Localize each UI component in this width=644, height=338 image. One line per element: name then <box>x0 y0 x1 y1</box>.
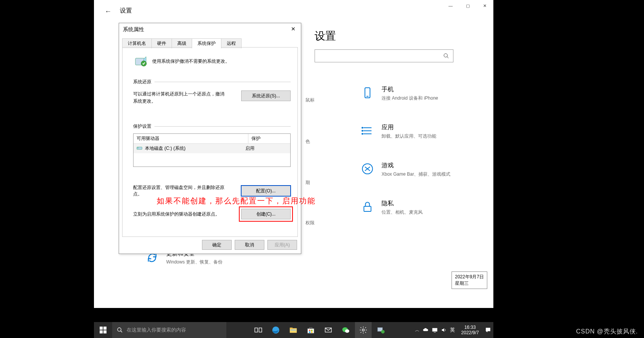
apps-icon <box>360 124 375 138</box>
fragment-text: 权限 <box>305 220 315 226</box>
taskbar-apps <box>226 322 413 338</box>
settings-item-label: 隐私 <box>382 200 423 208</box>
drive-icon <box>137 145 143 152</box>
explorer-icon[interactable] <box>285 322 302 338</box>
settings-item-gaming[interactable]: 游戏Xbox Game Bar、捕获、游戏模式 <box>360 162 450 178</box>
svg-line-23 <box>121 331 122 332</box>
shield-icon <box>134 54 148 68</box>
svg-rect-18 <box>100 327 103 330</box>
onedrive-icon[interactable] <box>423 327 429 333</box>
sysprops-taskbar-icon[interactable] <box>372 322 389 338</box>
svg-rect-25 <box>259 328 262 332</box>
col-drive: 可用驱动器 <box>134 134 248 143</box>
create-desc: 立刻为启用系统保护的驱动器创建还原点。 <box>133 211 220 217</box>
screen-icon[interactable] <box>432 327 438 333</box>
settings-item-apps[interactable]: 应用卸载、默认应用、可选功能 <box>360 124 450 140</box>
mail-icon[interactable] <box>320 322 337 338</box>
svg-rect-33 <box>309 332 311 333</box>
drive-name: 本地磁盘 (C:) (系统) <box>145 145 186 152</box>
svg-rect-24 <box>255 328 258 332</box>
svg-rect-43 <box>486 328 490 331</box>
svg-rect-28 <box>290 328 293 329</box>
svg-point-7 <box>362 127 363 129</box>
svg-point-8 <box>362 130 363 132</box>
settings-item-sub: 连接 Android 设备和 iPhone <box>382 95 438 102</box>
back-arrow-icon[interactable]: ← <box>105 8 111 16</box>
window-controls: — ▢ ✕ <box>442 0 493 11</box>
search-icon <box>117 327 123 333</box>
tray-chevron-icon[interactable]: ︿ <box>415 327 420 333</box>
col-status: 保护 <box>248 134 290 143</box>
taskbar-clock[interactable]: 16:33 2022/9/7 <box>458 325 482 336</box>
tab-system-protection[interactable]: 系统保护 <box>192 38 221 48</box>
svg-rect-31 <box>309 330 311 331</box>
dialog-close-button[interactable]: ✕ <box>288 25 299 33</box>
close-button[interactable]: ✕ <box>476 0 493 11</box>
apply-button[interactable]: 应用(A) <box>267 240 297 250</box>
watermark: CSDN @秃头披风侠. <box>576 328 638 336</box>
restore-desc: 可以通过将计算机还原到上一个还原点，撤消系统更改。 <box>133 90 224 105</box>
intro-row: 使用系统保护撤消不需要的系统更改。 <box>122 48 297 70</box>
settings-search-input[interactable] <box>315 49 453 62</box>
svg-point-22 <box>118 328 121 331</box>
settings-item-privacy[interactable]: 隐私位置、相机、麦克风 <box>360 200 450 216</box>
page-title: 设置 <box>315 29 336 43</box>
task-view-icon[interactable] <box>250 322 267 338</box>
clock-date: 2022/9/7 <box>461 330 479 335</box>
start-button[interactable] <box>94 322 112 338</box>
drive-table[interactable]: 可用驱动器 保护 本地磁盘 (C:) (系统) 启用 <box>133 133 291 167</box>
annotation-text: 如果不能创建，那么先配置一下，启用功能 <box>157 196 316 206</box>
settings-header: ← 设置 — ▢ ✕ <box>94 0 493 19</box>
edge-icon[interactable] <box>267 322 284 338</box>
create-button[interactable]: 创建(C)... <box>241 209 291 219</box>
store-icon[interactable] <box>302 322 319 338</box>
svg-point-40 <box>381 330 385 333</box>
ime-indicator[interactable]: 英 <box>450 327 455 333</box>
intro-text: 使用系统保护撤消不需要的系统更改。 <box>152 58 230 65</box>
wechat-icon[interactable] <box>337 322 354 338</box>
tooltip-date: 2022年9月7日 <box>455 274 484 280</box>
settings-item-sub: Windows 更新、恢复、备份 <box>166 259 223 265</box>
taskbar-search[interactable]: 在这里输入你要搜索的内容 <box>112 322 226 338</box>
svg-rect-41 <box>433 328 437 331</box>
cancel-button[interactable]: 取消 <box>235 240 264 250</box>
settings-title: 设置 <box>120 7 132 15</box>
fragment-text: 色 <box>305 138 310 145</box>
system-restore-button[interactable]: 系统还原(S)... <box>241 90 291 101</box>
settings-item-sub: 卸载、默认应用、可选功能 <box>382 133 436 140</box>
notifications-icon[interactable] <box>485 327 491 333</box>
tooltip-weekday: 星期三 <box>455 280 484 287</box>
taskbar-search-placeholder: 在这里输入你要搜索的内容 <box>127 327 186 333</box>
svg-line-1 <box>447 57 448 58</box>
protection-heading: 保护设置 <box>133 123 151 130</box>
restore-section: 系统还原 可以通过将计算机还原到上一个还原点，撤消系统更改。 系统还原(S)..… <box>133 79 291 105</box>
settings-item-label: 游戏 <box>382 162 450 170</box>
svg-rect-20 <box>100 330 103 333</box>
minimize-button[interactable]: — <box>442 0 459 11</box>
table-header: 可用驱动器 保护 <box>134 134 290 144</box>
system-tray: ︿ 英 16:33 2022/9/7 <box>413 325 493 336</box>
configure-button[interactable]: 配置(O)... <box>241 186 291 196</box>
date-tooltip: 2022年9月7日 星期三 <box>452 271 487 289</box>
svg-rect-30 <box>308 328 314 333</box>
svg-point-9 <box>362 133 363 135</box>
settings-taskbar-icon[interactable] <box>355 322 372 338</box>
svg-rect-34 <box>311 332 313 333</box>
settings-item-sub: Xbox Game Bar、捕获、游戏模式 <box>382 171 450 178</box>
maximize-button[interactable]: ▢ <box>459 0 476 11</box>
create-row: 立刻为启用系统保护的驱动器创建还原点。 创建(C)... <box>133 209 291 219</box>
settings-item-phone[interactable]: 手机连接 Android 设备和 iPhone <box>360 86 450 102</box>
svg-rect-17 <box>137 148 138 149</box>
dialog-title: 系统属性 <box>123 26 144 33</box>
table-row[interactable]: 本地磁盘 (C:) (系统) 启用 <box>134 144 290 153</box>
phone-icon <box>360 86 375 100</box>
svg-rect-32 <box>311 330 313 331</box>
svg-rect-19 <box>103 327 107 330</box>
ok-button[interactable]: 确定 <box>202 240 232 250</box>
volume-icon[interactable] <box>441 327 447 333</box>
svg-rect-29 <box>291 330 296 330</box>
taskbar: 在这里输入你要搜索的内容 ︿ 英 16:33 2022/9/7 <box>94 322 493 338</box>
fragment-text: 期 <box>305 179 310 186</box>
system-properties-dialog: 系统属性 ✕ 计算机名 硬件 高级 系统保护 远程 使用系统保护撤消不需要的系统… <box>119 23 301 254</box>
svg-point-37 <box>345 329 349 333</box>
